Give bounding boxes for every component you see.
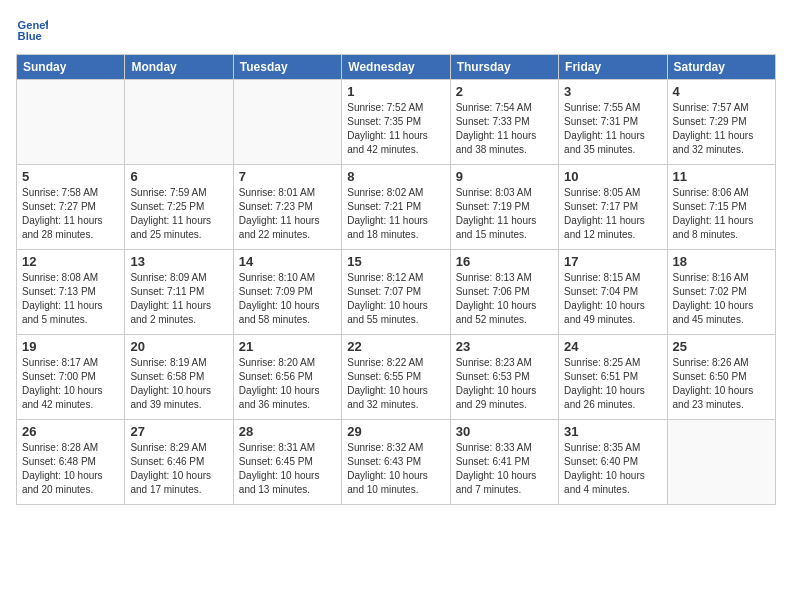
day-info: Sunrise: 8:06 AM Sunset: 7:15 PM Dayligh… bbox=[673, 186, 770, 242]
day-number: 16 bbox=[456, 254, 553, 269]
day-info: Sunrise: 8:16 AM Sunset: 7:02 PM Dayligh… bbox=[673, 271, 770, 327]
weekday-friday: Friday bbox=[559, 55, 667, 80]
calendar-cell bbox=[17, 80, 125, 165]
day-number: 14 bbox=[239, 254, 336, 269]
svg-text:Blue: Blue bbox=[18, 30, 42, 42]
day-info: Sunrise: 7:59 AM Sunset: 7:25 PM Dayligh… bbox=[130, 186, 227, 242]
logo-icon: General Blue bbox=[16, 16, 48, 44]
calendar-cell bbox=[125, 80, 233, 165]
weekday-header-row: SundayMondayTuesdayWednesdayThursdayFrid… bbox=[17, 55, 776, 80]
day-info: Sunrise: 8:08 AM Sunset: 7:13 PM Dayligh… bbox=[22, 271, 119, 327]
calendar-cell: 12Sunrise: 8:08 AM Sunset: 7:13 PM Dayli… bbox=[17, 250, 125, 335]
week-row-1: 1Sunrise: 7:52 AM Sunset: 7:35 PM Daylig… bbox=[17, 80, 776, 165]
calendar-cell: 5Sunrise: 7:58 AM Sunset: 7:27 PM Daylig… bbox=[17, 165, 125, 250]
day-number: 15 bbox=[347, 254, 444, 269]
calendar-cell: 21Sunrise: 8:20 AM Sunset: 6:56 PM Dayli… bbox=[233, 335, 341, 420]
calendar-cell: 1Sunrise: 7:52 AM Sunset: 7:35 PM Daylig… bbox=[342, 80, 450, 165]
day-info: Sunrise: 8:26 AM Sunset: 6:50 PM Dayligh… bbox=[673, 356, 770, 412]
calendar-cell: 16Sunrise: 8:13 AM Sunset: 7:06 PM Dayli… bbox=[450, 250, 558, 335]
calendar-cell: 17Sunrise: 8:15 AM Sunset: 7:04 PM Dayli… bbox=[559, 250, 667, 335]
calendar-cell: 13Sunrise: 8:09 AM Sunset: 7:11 PM Dayli… bbox=[125, 250, 233, 335]
day-number: 26 bbox=[22, 424, 119, 439]
day-number: 11 bbox=[673, 169, 770, 184]
calendar-header: SundayMondayTuesdayWednesdayThursdayFrid… bbox=[17, 55, 776, 80]
day-number: 3 bbox=[564, 84, 661, 99]
day-info: Sunrise: 8:09 AM Sunset: 7:11 PM Dayligh… bbox=[130, 271, 227, 327]
weekday-sunday: Sunday bbox=[17, 55, 125, 80]
day-info: Sunrise: 7:54 AM Sunset: 7:33 PM Dayligh… bbox=[456, 101, 553, 157]
day-number: 2 bbox=[456, 84, 553, 99]
day-info: Sunrise: 8:20 AM Sunset: 6:56 PM Dayligh… bbox=[239, 356, 336, 412]
logo: General Blue bbox=[16, 16, 52, 44]
day-number: 12 bbox=[22, 254, 119, 269]
day-info: Sunrise: 8:23 AM Sunset: 6:53 PM Dayligh… bbox=[456, 356, 553, 412]
weekday-saturday: Saturday bbox=[667, 55, 775, 80]
calendar-cell: 15Sunrise: 8:12 AM Sunset: 7:07 PM Dayli… bbox=[342, 250, 450, 335]
day-number: 29 bbox=[347, 424, 444, 439]
weekday-wednesday: Wednesday bbox=[342, 55, 450, 80]
day-number: 21 bbox=[239, 339, 336, 354]
day-info: Sunrise: 8:32 AM Sunset: 6:43 PM Dayligh… bbox=[347, 441, 444, 497]
day-info: Sunrise: 8:35 AM Sunset: 6:40 PM Dayligh… bbox=[564, 441, 661, 497]
calendar-cell: 2Sunrise: 7:54 AM Sunset: 7:33 PM Daylig… bbox=[450, 80, 558, 165]
day-info: Sunrise: 8:13 AM Sunset: 7:06 PM Dayligh… bbox=[456, 271, 553, 327]
calendar-cell: 30Sunrise: 8:33 AM Sunset: 6:41 PM Dayli… bbox=[450, 420, 558, 505]
week-row-3: 12Sunrise: 8:08 AM Sunset: 7:13 PM Dayli… bbox=[17, 250, 776, 335]
day-info: Sunrise: 7:58 AM Sunset: 7:27 PM Dayligh… bbox=[22, 186, 119, 242]
day-info: Sunrise: 8:17 AM Sunset: 7:00 PM Dayligh… bbox=[22, 356, 119, 412]
day-info: Sunrise: 7:57 AM Sunset: 7:29 PM Dayligh… bbox=[673, 101, 770, 157]
week-row-2: 5Sunrise: 7:58 AM Sunset: 7:27 PM Daylig… bbox=[17, 165, 776, 250]
calendar-cell: 14Sunrise: 8:10 AM Sunset: 7:09 PM Dayli… bbox=[233, 250, 341, 335]
day-info: Sunrise: 8:15 AM Sunset: 7:04 PM Dayligh… bbox=[564, 271, 661, 327]
calendar-cell bbox=[667, 420, 775, 505]
day-number: 4 bbox=[673, 84, 770, 99]
day-number: 1 bbox=[347, 84, 444, 99]
day-number: 6 bbox=[130, 169, 227, 184]
day-info: Sunrise: 8:29 AM Sunset: 6:46 PM Dayligh… bbox=[130, 441, 227, 497]
day-number: 8 bbox=[347, 169, 444, 184]
calendar-table: SundayMondayTuesdayWednesdayThursdayFrid… bbox=[16, 54, 776, 505]
calendar-cell bbox=[233, 80, 341, 165]
weekday-tuesday: Tuesday bbox=[233, 55, 341, 80]
day-info: Sunrise: 7:52 AM Sunset: 7:35 PM Dayligh… bbox=[347, 101, 444, 157]
day-number: 22 bbox=[347, 339, 444, 354]
weekday-thursday: Thursday bbox=[450, 55, 558, 80]
calendar-cell: 22Sunrise: 8:22 AM Sunset: 6:55 PM Dayli… bbox=[342, 335, 450, 420]
calendar-cell: 25Sunrise: 8:26 AM Sunset: 6:50 PM Dayli… bbox=[667, 335, 775, 420]
calendar-cell: 3Sunrise: 7:55 AM Sunset: 7:31 PM Daylig… bbox=[559, 80, 667, 165]
calendar-cell: 31Sunrise: 8:35 AM Sunset: 6:40 PM Dayli… bbox=[559, 420, 667, 505]
week-row-5: 26Sunrise: 8:28 AM Sunset: 6:48 PM Dayli… bbox=[17, 420, 776, 505]
calendar-cell: 7Sunrise: 8:01 AM Sunset: 7:23 PM Daylig… bbox=[233, 165, 341, 250]
calendar-cell: 27Sunrise: 8:29 AM Sunset: 6:46 PM Dayli… bbox=[125, 420, 233, 505]
day-number: 24 bbox=[564, 339, 661, 354]
calendar-cell: 26Sunrise: 8:28 AM Sunset: 6:48 PM Dayli… bbox=[17, 420, 125, 505]
day-number: 17 bbox=[564, 254, 661, 269]
day-number: 23 bbox=[456, 339, 553, 354]
day-info: Sunrise: 8:02 AM Sunset: 7:21 PM Dayligh… bbox=[347, 186, 444, 242]
calendar-cell: 8Sunrise: 8:02 AM Sunset: 7:21 PM Daylig… bbox=[342, 165, 450, 250]
day-info: Sunrise: 8:31 AM Sunset: 6:45 PM Dayligh… bbox=[239, 441, 336, 497]
calendar-body: 1Sunrise: 7:52 AM Sunset: 7:35 PM Daylig… bbox=[17, 80, 776, 505]
day-info: Sunrise: 8:25 AM Sunset: 6:51 PM Dayligh… bbox=[564, 356, 661, 412]
day-info: Sunrise: 7:55 AM Sunset: 7:31 PM Dayligh… bbox=[564, 101, 661, 157]
day-number: 10 bbox=[564, 169, 661, 184]
calendar-cell: 4Sunrise: 7:57 AM Sunset: 7:29 PM Daylig… bbox=[667, 80, 775, 165]
day-info: Sunrise: 8:12 AM Sunset: 7:07 PM Dayligh… bbox=[347, 271, 444, 327]
calendar-cell: 6Sunrise: 7:59 AM Sunset: 7:25 PM Daylig… bbox=[125, 165, 233, 250]
calendar-cell: 20Sunrise: 8:19 AM Sunset: 6:58 PM Dayli… bbox=[125, 335, 233, 420]
calendar-cell: 28Sunrise: 8:31 AM Sunset: 6:45 PM Dayli… bbox=[233, 420, 341, 505]
day-number: 30 bbox=[456, 424, 553, 439]
week-row-4: 19Sunrise: 8:17 AM Sunset: 7:00 PM Dayli… bbox=[17, 335, 776, 420]
day-info: Sunrise: 8:19 AM Sunset: 6:58 PM Dayligh… bbox=[130, 356, 227, 412]
day-info: Sunrise: 8:01 AM Sunset: 7:23 PM Dayligh… bbox=[239, 186, 336, 242]
day-number: 18 bbox=[673, 254, 770, 269]
svg-text:General: General bbox=[18, 19, 48, 31]
calendar-cell: 18Sunrise: 8:16 AM Sunset: 7:02 PM Dayli… bbox=[667, 250, 775, 335]
day-info: Sunrise: 8:10 AM Sunset: 7:09 PM Dayligh… bbox=[239, 271, 336, 327]
day-info: Sunrise: 8:28 AM Sunset: 6:48 PM Dayligh… bbox=[22, 441, 119, 497]
day-number: 20 bbox=[130, 339, 227, 354]
day-info: Sunrise: 8:33 AM Sunset: 6:41 PM Dayligh… bbox=[456, 441, 553, 497]
day-number: 27 bbox=[130, 424, 227, 439]
weekday-monday: Monday bbox=[125, 55, 233, 80]
day-number: 7 bbox=[239, 169, 336, 184]
